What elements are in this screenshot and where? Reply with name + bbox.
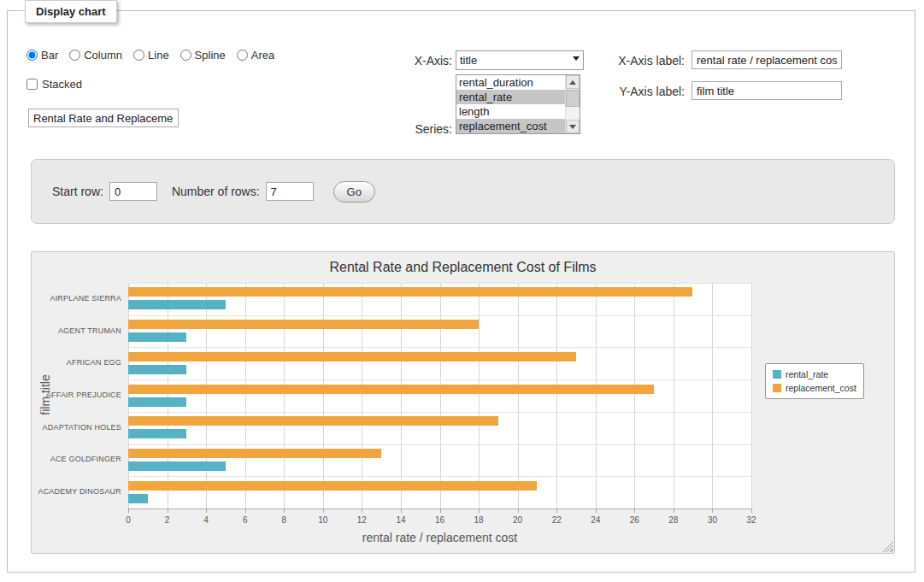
chart-type-radio-bar[interactable]: Bar bbox=[26, 49, 58, 62]
x-gridline bbox=[674, 283, 674, 509]
y-gridline bbox=[128, 283, 751, 284]
x-gridline bbox=[634, 283, 635, 509]
bar-replacement_cost bbox=[128, 385, 654, 394]
x-axis-select-label: X-Axis: bbox=[367, 54, 452, 68]
bar-rental_rate bbox=[128, 429, 186, 438]
x-gridline bbox=[712, 283, 713, 509]
series-listbox[interactable]: rental_durationrental_ratelengthreplacem… bbox=[456, 74, 580, 134]
arrow-up-icon bbox=[569, 80, 576, 85]
legend-item-replacement_cost[interactable]: replacement_cost bbox=[773, 383, 856, 393]
x-tick-label: 12 bbox=[349, 515, 374, 525]
radio-input-line[interactable] bbox=[133, 50, 144, 61]
x-tick-label: 14 bbox=[388, 515, 414, 525]
x-gridline bbox=[362, 283, 362, 509]
go-button[interactable]: Go bbox=[333, 181, 375, 203]
x-gridline bbox=[401, 283, 402, 509]
bar-replacement_cost bbox=[128, 416, 498, 426]
series-option-length[interactable]: length bbox=[456, 104, 565, 119]
x-tick-label: 8 bbox=[271, 515, 297, 525]
y-gridline bbox=[128, 444, 751, 445]
start-row-label: Start row: bbox=[52, 185, 103, 198]
bar-rental_rate bbox=[128, 300, 226, 309]
radio-input-bar[interactable] bbox=[26, 50, 38, 61]
x-tick-label: 24 bbox=[583, 515, 609, 525]
x-axis-title: rental rate / replacement cost bbox=[128, 531, 751, 544]
x-gridline bbox=[245, 283, 246, 509]
x-tick-label: 26 bbox=[621, 515, 647, 525]
y-gridline bbox=[128, 315, 751, 316]
x-tick-label: 32 bbox=[739, 515, 764, 525]
number-of-rows-label: Number of rows: bbox=[172, 185, 260, 198]
chart-resize-handle[interactable] bbox=[882, 541, 893, 552]
radio-input-area[interactable] bbox=[237, 50, 248, 61]
fieldset-legend: Display chart bbox=[25, 0, 117, 23]
chart-type-radio-line[interactable]: Line bbox=[133, 49, 169, 62]
bar-replacement_cost bbox=[128, 320, 479, 329]
bar-rental_rate bbox=[128, 332, 186, 342]
x-axis-label-field-label: X-Axis label: bbox=[582, 54, 685, 68]
y-gridline bbox=[128, 347, 751, 348]
scrollbar-thumb[interactable] bbox=[566, 90, 580, 107]
start-row-input[interactable] bbox=[109, 182, 157, 201]
legend-swatch bbox=[773, 370, 781, 379]
x-tick-label: 6 bbox=[232, 515, 258, 525]
x-gridline bbox=[518, 283, 519, 509]
bar-replacement_cost bbox=[128, 287, 692, 297]
scroll-up-button[interactable] bbox=[566, 75, 580, 89]
radio-label: Line bbox=[148, 49, 169, 62]
series-options: rental_durationrental_ratelengthreplacem… bbox=[456, 75, 565, 133]
arrow-down-icon bbox=[569, 125, 576, 129]
x-gridline bbox=[323, 283, 324, 509]
x-gridline bbox=[596, 283, 597, 509]
x-axis-line bbox=[128, 509, 752, 509]
y-gridline bbox=[128, 379, 751, 380]
legend-item-rental_rate[interactable]: rental_rate bbox=[773, 369, 856, 379]
series-listbox-label: Series: bbox=[367, 122, 452, 136]
category-label: ACADEMY DINOSAUR bbox=[32, 487, 121, 496]
bar-replacement_cost bbox=[128, 449, 381, 458]
y-gridline bbox=[128, 412, 751, 413]
x-tick-label: 2 bbox=[155, 515, 180, 525]
x-tick-label: 30 bbox=[699, 515, 725, 525]
number-of-rows-input[interactable] bbox=[266, 182, 314, 201]
y-axis-label-input[interactable] bbox=[692, 81, 842, 100]
bar-replacement_cost bbox=[128, 352, 576, 362]
x-tick-label: 22 bbox=[544, 515, 569, 525]
radio-label: Bar bbox=[41, 49, 58, 62]
chart-type-radio-spline[interactable]: Spline bbox=[180, 49, 226, 62]
x-axis-label-input[interactable] bbox=[692, 50, 842, 69]
chart-type-radio-column[interactable]: Column bbox=[69, 49, 122, 62]
chart-title-input[interactable] bbox=[28, 109, 179, 127]
chart: Rental Rate and Replacement Cost of Film… bbox=[31, 251, 895, 554]
x-gridline bbox=[751, 283, 752, 509]
series-option-rental_rate[interactable]: rental_rate bbox=[456, 90, 565, 104]
stacked-checkbox-row[interactable]: Stacked bbox=[26, 78, 82, 91]
stacked-checkbox[interactable] bbox=[26, 79, 38, 90]
series-option-replacement_cost[interactable]: replacement_cost bbox=[456, 119, 565, 133]
scrollbar-track[interactable] bbox=[566, 107, 580, 120]
x-tick-label: 16 bbox=[427, 515, 453, 525]
chart-type-radio-area[interactable]: Area bbox=[237, 49, 274, 62]
y-gridline bbox=[128, 476, 751, 477]
x-gridline bbox=[479, 283, 480, 509]
radio-input-column[interactable] bbox=[69, 50, 80, 61]
x-gridline bbox=[556, 283, 557, 509]
x-axis-select[interactable]: title bbox=[456, 50, 584, 70]
legend-swatch bbox=[773, 384, 781, 392]
x-tick-label: 10 bbox=[310, 515, 336, 525]
listbox-scrollbar[interactable] bbox=[565, 75, 580, 133]
chart-legend: rental_ratereplacement_cost bbox=[765, 363, 864, 399]
x-tick-label: 0 bbox=[115, 515, 141, 525]
bar-rental_rate bbox=[128, 365, 186, 374]
x-tick-label: 28 bbox=[661, 515, 686, 525]
x-gridline bbox=[284, 283, 285, 509]
scroll-down-button[interactable] bbox=[566, 120, 580, 133]
x-tick-label: 20 bbox=[505, 515, 531, 525]
series-option-rental_duration[interactable]: rental_duration bbox=[456, 75, 565, 90]
x-tick-label: 18 bbox=[466, 515, 491, 525]
rows-panel: Start row: Number of rows: Go bbox=[31, 159, 895, 224]
radio-label: Spline bbox=[195, 49, 226, 62]
bar-rental_rate bbox=[128, 494, 148, 503]
x-tick-label: 4 bbox=[193, 515, 219, 525]
radio-input-spline[interactable] bbox=[180, 50, 191, 61]
